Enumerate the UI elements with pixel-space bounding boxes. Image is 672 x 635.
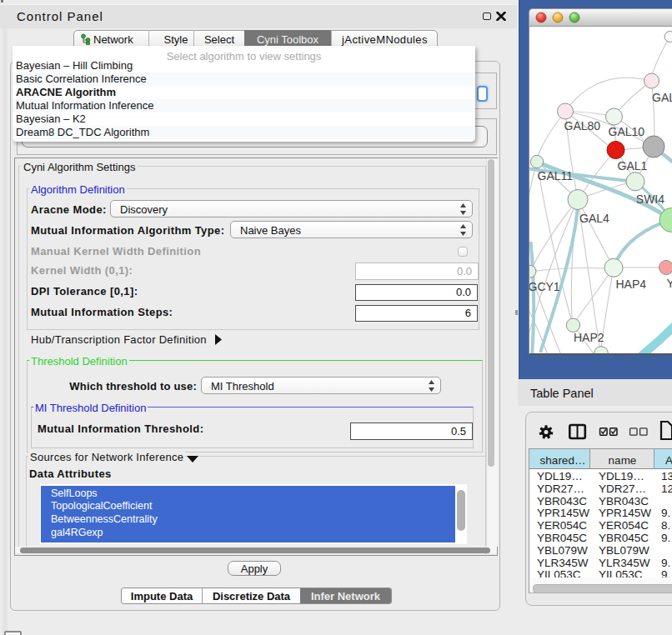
svg-text:GAL10: GAL10 <box>608 125 644 138</box>
svg-text:Y: Y <box>666 277 672 290</box>
svg-text:GAL2: GAL2 <box>652 91 672 104</box>
svg-text:GAL80: GAL80 <box>564 119 600 132</box>
svg-text:GAL1: GAL1 <box>617 159 647 172</box>
svg-text:GCY1: GCY1 <box>529 280 560 293</box>
svg-text:HAP4: HAP4 <box>615 278 646 291</box>
svg-text:HAP2: HAP2 <box>574 331 604 344</box>
svg-text:GAL4: GAL4 <box>579 212 609 225</box>
svg-text:GAL11: GAL11 <box>537 169 573 182</box>
svg-text:SWI4: SWI4 <box>635 192 664 206</box>
